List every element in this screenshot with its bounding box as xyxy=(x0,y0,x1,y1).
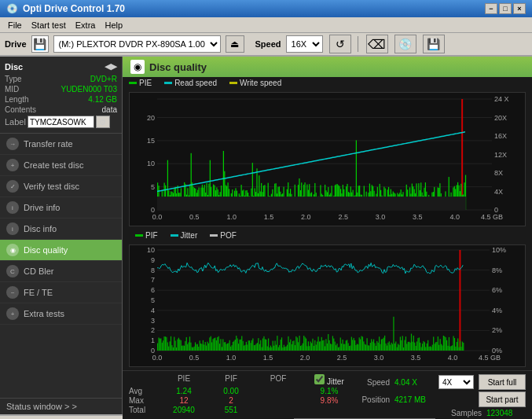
label-input[interactable] xyxy=(28,116,94,128)
type-value: DVD+R xyxy=(90,75,117,83)
minimize-button[interactable]: − xyxy=(485,3,497,14)
chart-top xyxy=(129,92,526,226)
jitter-checkbox[interactable] xyxy=(314,374,325,384)
speed-row: Speed 4.04 X 4X 2X 8X Start full xyxy=(367,374,526,390)
total-pif: 551 xyxy=(215,406,247,414)
disc-type-row: Type DVD+R xyxy=(5,75,117,83)
burn-button[interactable]: 💿 xyxy=(394,35,416,53)
sidebar-item-transfer-rate[interactable]: → Transfer rate xyxy=(0,134,122,155)
col-pif-header: PIF xyxy=(215,374,247,386)
disc-header: Disc ◀▶ xyxy=(5,61,117,72)
sidebar-item-drive-info[interactable]: i Drive info xyxy=(0,197,122,219)
start-full-button[interactable]: Start full xyxy=(479,374,526,390)
disc-arrows[interactable]: ◀▶ xyxy=(105,61,117,72)
speed-select[interactable]: 16X Max 1X 2X 4X 8X 12X xyxy=(286,35,323,53)
col-pie-header: PIE xyxy=(168,374,200,386)
drive-info-label: Drive info xyxy=(24,203,60,212)
stats-table: PIE PIF POF Jitter Avg 1.24 0.00 9.1% xyxy=(129,374,355,414)
position-row: Position 4217 MB Start part xyxy=(361,391,526,407)
drive-info-icon: i xyxy=(6,201,19,214)
sidebar-item-disc-quality[interactable]: ◉ Disc quality xyxy=(0,240,122,261)
extra-tests-icon: + xyxy=(6,307,19,320)
create-test-disc-label: Create test disc xyxy=(24,160,83,170)
chart-legend-1: PIE Read speed Write speed xyxy=(123,77,532,89)
drivebar: Drive 💾 (M:) PLEXTOR DVDR PX-890SA 1.00 … xyxy=(0,33,532,57)
avg-pif: 0.00 xyxy=(215,387,247,395)
legend-jitter: Jitter xyxy=(171,231,198,240)
menu-starttest[interactable]: Start test xyxy=(27,19,71,31)
app-icon: 💿 xyxy=(6,3,18,14)
menu-help[interactable]: Help xyxy=(100,19,127,31)
legend-write-speed: Write speed xyxy=(229,79,281,87)
sidebar-item-disc-info[interactable]: i Disc info xyxy=(0,219,122,240)
mid-value: YUDEN000 T03 xyxy=(61,85,117,94)
label-row: Label ⚙ xyxy=(5,116,117,128)
stats-header-row: PIE PIF POF Jitter xyxy=(129,374,355,386)
chart-legend-2: PIF Jitter POF xyxy=(129,230,526,241)
legend-pof: POF xyxy=(210,231,237,240)
legend-read-speed-label: Read speed xyxy=(174,79,217,87)
sidebar-item-create-test-disc[interactable]: + Create test disc xyxy=(0,155,122,176)
status-window-button[interactable]: Status window > > xyxy=(0,398,122,414)
content-area: ◉ Disc quality PIE Read speed Write spee… xyxy=(123,57,532,414)
legend-pif-label: PIF xyxy=(145,231,158,240)
disc-title: Disc xyxy=(5,62,23,72)
legend-write-speed-dot xyxy=(229,82,237,84)
legend-pie-dot xyxy=(129,82,137,84)
legend-write-speed-label: Write speed xyxy=(240,79,281,87)
drive-select[interactable]: (M:) PLEXTOR DVDR PX-890SA 1.00 xyxy=(53,35,221,53)
stats-right: Speed 4.04 X 4X 2X 8X Start full Positio… xyxy=(361,374,526,417)
start-part-button[interactable]: Start part xyxy=(479,391,526,407)
mid-label: MID xyxy=(5,85,19,94)
legend-read-speed: Read speed xyxy=(164,79,217,87)
label-settings-button[interactable]: ⚙ xyxy=(96,116,110,128)
menubar: File Start test Extra Help xyxy=(0,17,532,33)
type-label: Type xyxy=(5,75,22,83)
separator xyxy=(358,36,358,52)
transfer-rate-label: Transfer rate xyxy=(24,139,73,149)
col-jitter-check[interactable]: Jitter xyxy=(310,374,349,386)
erase-button[interactable]: ⌫ xyxy=(366,35,388,53)
titlebar-controls[interactable]: − □ × xyxy=(485,3,526,14)
legend-jitter-dot xyxy=(171,234,178,237)
max-pie: 12 xyxy=(168,396,200,405)
samples-row: Samples 123048 xyxy=(451,409,526,417)
speed-label: Speed xyxy=(255,39,281,49)
pie-chart-canvas xyxy=(130,93,523,226)
speed-value: 4.04 X xyxy=(394,378,434,387)
speed-select-stats[interactable]: 4X 2X 8X xyxy=(438,375,474,389)
samples-value: 123048 xyxy=(486,409,526,417)
stats-main: PIE PIF POF Jitter Avg 1.24 0.00 9.1% xyxy=(129,374,526,417)
verify-test-disc-icon: ✓ xyxy=(6,180,19,193)
avg-jitter: 9.1% xyxy=(310,387,349,395)
stats-max-row: Max 12 2 9.8% xyxy=(129,396,355,405)
sidebar-item-extra-tests[interactable]: + Extra tests xyxy=(0,303,122,325)
maximize-button[interactable]: □ xyxy=(499,3,512,14)
legend-pof-dot xyxy=(210,234,218,237)
chart-bottom xyxy=(129,244,526,367)
disc-info-panel: Disc ◀▶ Type DVD+R MID YUDEN000 T03 Leng… xyxy=(0,57,122,134)
total-pie: 20940 xyxy=(168,406,200,414)
sidebar-item-fe-te[interactable]: ~ FE / TE xyxy=(0,282,122,303)
speed-label-stat: Speed xyxy=(367,378,390,387)
col-header-empty xyxy=(129,374,152,386)
total-label: Total xyxy=(129,406,152,414)
menu-extra[interactable]: Extra xyxy=(71,19,101,31)
contents-value: data xyxy=(102,105,117,114)
cd-bler-icon: C xyxy=(6,265,19,277)
sidebar-item-cd-bler[interactable]: C CD Bler xyxy=(0,261,122,282)
charts-area: PIF Jitter POF xyxy=(123,89,532,370)
refresh-button[interactable]: ↺ xyxy=(329,35,351,53)
menu-file[interactable]: File xyxy=(3,19,27,31)
app-title: Opti Drive Control 1.70 xyxy=(23,3,125,14)
drive-icon: 💾 xyxy=(31,35,49,53)
sidebar-item-verify-test-disc[interactable]: ✓ Verify test disc xyxy=(0,176,122,197)
close-button[interactable]: × xyxy=(513,3,526,14)
legend-read-speed-dot xyxy=(164,82,172,84)
titlebar: 💿 Opti Drive Control 1.70 − □ × xyxy=(0,0,532,17)
stats-avg-row: Avg 1.24 0.00 9.1% xyxy=(129,387,355,395)
length-label: Length xyxy=(5,95,29,104)
save-button[interactable]: 💾 xyxy=(423,35,445,53)
eject-button[interactable]: ⏏ xyxy=(226,35,244,53)
titlebar-left: 💿 Opti Drive Control 1.70 xyxy=(6,3,125,14)
